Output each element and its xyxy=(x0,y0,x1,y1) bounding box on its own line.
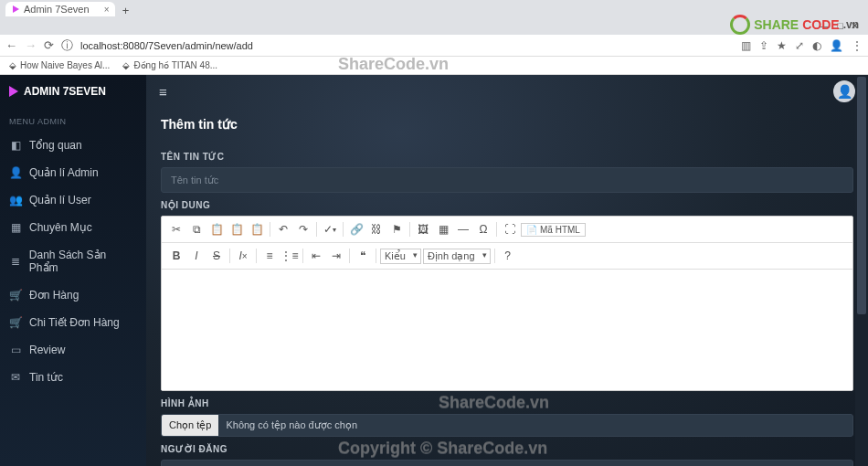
menu-icon: 👥 xyxy=(9,194,22,207)
menu-icon: ◧ xyxy=(9,139,22,152)
sidebar-item[interactable]: ▭Review xyxy=(0,336,146,364)
info-icon[interactable]: ⓘ xyxy=(61,37,73,54)
menu-icon: 🛒 xyxy=(9,289,22,302)
style-select[interactable]: Kiểu xyxy=(380,249,421,264)
poster-input[interactable] xyxy=(161,460,853,466)
redo-icon[interactable]: ↷ xyxy=(294,220,312,238)
sidebar-item[interactable]: ≣Danh Sách Sản Phẩm xyxy=(0,241,146,281)
menu-icon: 🛒 xyxy=(9,316,22,329)
maximize-icon[interactable]: ⛶ xyxy=(501,220,519,238)
back-icon[interactable]: ← xyxy=(5,38,17,52)
removeformat-icon[interactable]: I× xyxy=(234,247,252,265)
scrollbar-thumb[interactable] xyxy=(857,77,866,314)
field-label-name: TÊN TIN TỨC xyxy=(161,152,853,162)
close-window-icon[interactable]: ✕ xyxy=(851,20,859,32)
paste-icon[interactable]: 📋 xyxy=(207,220,226,238)
sidebar-item-label: Danh Sách Sản Phẩm xyxy=(29,249,137,274)
sidebar-item-label: Chuyên Mục xyxy=(29,221,92,234)
hamburger-icon[interactable]: ≡ xyxy=(159,84,167,100)
sidebar-item[interactable]: 🛒Đơn Hàng xyxy=(0,281,146,309)
close-icon[interactable]: × xyxy=(104,5,110,15)
ext-icon[interactable]: ⇪ xyxy=(759,39,768,52)
sidebar-item[interactable]: 👤Quản lí Admin xyxy=(0,159,146,186)
about-icon[interactable]: ? xyxy=(499,247,517,265)
anchor-icon[interactable]: ⚑ xyxy=(387,220,406,238)
name-input[interactable] xyxy=(161,167,853,193)
bookmarks-bar: ⬙ How Naive Bayes Al... ⬙ Đồng hồ TITAN … xyxy=(0,57,868,75)
new-tab-button[interactable]: + xyxy=(119,4,133,16)
scrollbar[interactable] xyxy=(855,75,868,466)
browser-tab[interactable]: Admin 7Seven × xyxy=(5,2,115,16)
ext-icon[interactable]: ◐ xyxy=(812,39,821,52)
sidebar-item[interactable]: ◧Tổng quan xyxy=(0,132,146,159)
spellcheck-icon[interactable]: ✓▾ xyxy=(321,220,339,238)
italic-icon[interactable]: I xyxy=(187,247,206,265)
main: ≡ 👤 Thêm tin tức TÊN TIN TỨC NỘI DUNG ✂ … xyxy=(146,75,868,466)
page-title: Thêm tin tức xyxy=(161,108,853,144)
bulletlist-icon[interactable]: ⋮≡ xyxy=(281,247,299,265)
menu-icon: ✉ xyxy=(9,371,22,384)
choose-file-button[interactable]: Chọn tệp xyxy=(162,415,218,436)
indent-icon[interactable]: ⇥ xyxy=(327,247,345,265)
file-status: Không có tệp nào được chọn xyxy=(218,415,365,436)
editor-toolbar-1: ✂ ⧉ 📋 📋 📋 ↶ ↷ ✓▾ 🔗 ⛓ ⚑ 🖼 ▦ xyxy=(162,217,852,243)
copy-icon[interactable]: ⧉ xyxy=(187,220,206,238)
file-input[interactable]: Chọn tệp Không có tệp nào được chọn xyxy=(161,414,853,437)
topbar: ≡ 👤 xyxy=(146,75,868,108)
paste-text-icon[interactable]: 📋 xyxy=(228,220,246,238)
sidebar-item-label: Tổng quan xyxy=(29,139,82,152)
tab-favicon xyxy=(13,5,19,13)
undo-icon[interactable]: ↶ xyxy=(274,220,292,238)
sidebar-item[interactable]: 🛒Chi Tiết Đơn Hàng xyxy=(0,309,146,336)
link-icon[interactable]: 🔗 xyxy=(347,220,365,238)
bookmark-item[interactable]: ⬙ Đồng hồ TITAN 48... xyxy=(122,60,217,70)
sidebar-item-label: Chi Tiết Đơn Hàng xyxy=(29,316,120,329)
paste-word-icon[interactable]: 📋 xyxy=(248,220,266,238)
table-icon[interactable]: ▦ xyxy=(434,220,452,238)
profile-icon[interactable]: 👤 xyxy=(830,39,843,52)
editor-textarea[interactable] xyxy=(162,270,852,390)
blockquote-icon[interactable]: ❝ xyxy=(354,247,372,265)
outdent-icon[interactable]: ⇤ xyxy=(307,247,325,265)
sidebar-item[interactable]: ▦Chuyên Mục xyxy=(0,214,146,241)
reload-icon[interactable]: ⟳ xyxy=(44,38,54,52)
bold-icon[interactable]: B xyxy=(167,247,185,265)
image-icon[interactable]: 🖼 xyxy=(414,220,432,238)
sidebar-item-label: Quản lí User xyxy=(29,194,91,207)
sidebar-item-label: Review xyxy=(29,344,65,356)
menu-icon: ≣ xyxy=(9,255,22,268)
address-bar: ← → ⟳ ⓘ localhost:8080/7Seven/admin/new/… xyxy=(0,35,868,57)
ext-icon[interactable]: ▥ xyxy=(741,39,751,52)
unlink-icon[interactable]: ⛓ xyxy=(367,220,386,238)
source-button[interactable]: 📄 Mã HTML xyxy=(521,223,586,237)
sidebar-item[interactable]: ✉Tin tức xyxy=(0,364,146,391)
menu-icon: ▭ xyxy=(9,344,22,356)
menu-header: MENU ADMIN xyxy=(0,108,146,132)
ext-icon[interactable]: ⤢ xyxy=(795,39,804,52)
bookmark-item[interactable]: ⬙ How Naive Bayes Al... xyxy=(9,60,110,70)
content: Thêm tin tức TÊN TIN TỨC NỘI DUNG ✂ ⧉ 📋 … xyxy=(146,108,868,466)
maximize-icon[interactable]: □ xyxy=(837,20,843,31)
menu-icon[interactable]: ⋮ xyxy=(852,39,863,52)
logo-icon xyxy=(9,86,18,97)
window-controls: ― □ ✕ xyxy=(0,16,868,35)
cut-icon[interactable]: ✂ xyxy=(167,220,185,238)
specialchar-icon[interactable]: Ω xyxy=(474,220,492,238)
sidebar-item-label: Đơn Hàng xyxy=(29,289,79,302)
hr-icon[interactable]: ― xyxy=(454,220,472,238)
format-select[interactable]: Định dạng xyxy=(423,249,491,264)
sidebar-item-label: Tin tức xyxy=(29,371,63,384)
brand[interactable]: ADMIN 7SEVEN xyxy=(0,75,146,108)
app-root: ADMIN 7SEVEN MENU ADMIN ◧Tổng quan👤Quản … xyxy=(0,75,868,466)
sidebar-item[interactable]: 👥Quản lí User xyxy=(0,186,146,214)
ext-icon[interactable]: ★ xyxy=(777,39,787,52)
minimize-icon[interactable]: ― xyxy=(820,20,830,31)
field-label-content: NỘI DUNG xyxy=(161,200,853,210)
numlist-icon[interactable]: ≡ xyxy=(260,247,279,265)
strike-icon[interactable]: S xyxy=(207,247,226,265)
browser-tabs: Admin 7Seven × + xyxy=(0,0,868,16)
url-text[interactable]: localhost:8080/7Seven/admin/new/add xyxy=(80,40,253,51)
forward-icon[interactable]: → xyxy=(25,38,37,52)
menu-icon: ▦ xyxy=(9,221,22,234)
avatar[interactable]: 👤 xyxy=(833,80,855,102)
